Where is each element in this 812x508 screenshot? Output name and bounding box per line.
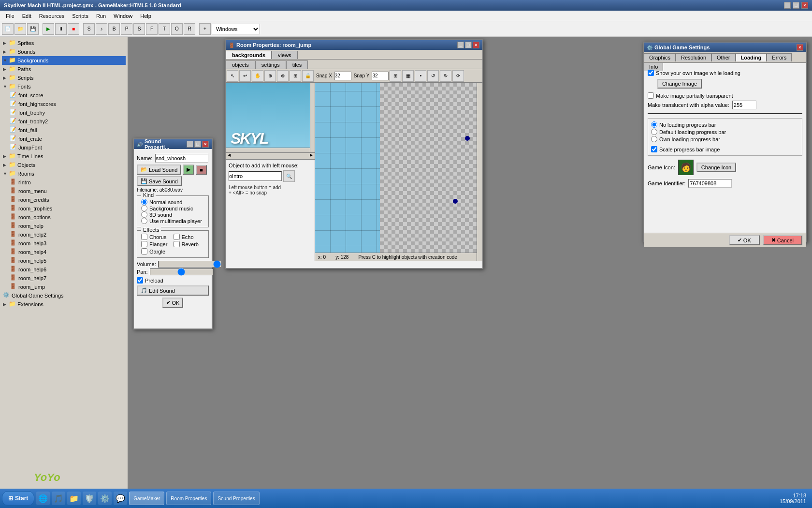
scroll-right-btn[interactable]: ▶	[308, 153, 315, 159]
menu-resources[interactable]: Resources	[35, 12, 69, 20]
tb-stop[interactable]: ■	[68, 23, 79, 35]
tab-loading[interactable]: Loading	[736, 53, 767, 61]
taskbar-folder-icon[interactable]: 📁	[67, 492, 81, 505]
font-highscores-item[interactable]: 📝font_highscores	[9, 100, 126, 108]
sidebar-item-objects[interactable]: ▶ 📁 Objects	[2, 161, 126, 169]
show-own-image-checkbox[interactable]: Show your own image while loading	[648, 70, 802, 76]
font-trophy2-item[interactable]: 📝font_trophy2	[9, 117, 126, 126]
save-sound-button[interactable]: 💾 Save Sound	[137, 176, 182, 186]
game-id-input[interactable]	[688, 179, 732, 188]
tab-objects[interactable]: objects	[226, 60, 255, 69]
tb-cursor[interactable]: +	[199, 23, 211, 35]
room-scrollbar-v[interactable]	[477, 83, 482, 261]
room-jump-item[interactable]: 🚪room_jump	[9, 283, 126, 291]
room-tb-refresh2[interactable]: ↻	[440, 70, 451, 82]
room-tb-move[interactable]: ✋	[252, 70, 263, 82]
room-intro-item[interactable]: 🚪rIntro	[9, 178, 126, 187]
progress-default-radio[interactable]: Default loading progress bar	[651, 129, 799, 135]
tb-background[interactable]: B	[108, 23, 120, 35]
tab-tiles[interactable]: tiles	[286, 60, 308, 69]
snap-x-input[interactable]	[334, 72, 351, 80]
load-sound-button[interactable]: 📂 Load Sound	[137, 164, 181, 175]
preview-scrollbar[interactable]	[310, 83, 315, 152]
room-tb-grid2[interactable]: ⊞	[390, 70, 401, 82]
kind-bg-radio[interactable]: Background music	[141, 205, 204, 211]
menu-edit[interactable]: Edit	[18, 12, 35, 20]
room-tb-lock[interactable]: 🔒	[302, 70, 314, 82]
room-menu-item[interactable]: 🚪room_menu	[9, 187, 126, 195]
room-tb-grid3[interactable]: ▦	[402, 70, 414, 82]
room-help7-item[interactable]: 🚪room_help7	[9, 274, 126, 283]
alpha-input[interactable]	[732, 101, 756, 109]
room-tb-cursor[interactable]: ↖	[227, 70, 238, 82]
room-tb-grid[interactable]: ⊞	[290, 70, 301, 82]
stop-sound-button[interactable]: ■	[196, 165, 207, 175]
kind-mm-radio[interactable]: Use multimedia player	[141, 218, 204, 224]
sound-name-input[interactable]	[155, 154, 208, 163]
taskbar-gamemaker-item[interactable]: GameMaker	[129, 492, 164, 505]
tab-resolution[interactable]: Resolution	[676, 53, 711, 61]
taskbar-ie-icon[interactable]: 🌐	[36, 492, 50, 505]
scroll-left-btn[interactable]: ◀	[226, 153, 232, 159]
font-crate-item[interactable]: 📝font_crate	[9, 134, 126, 143]
play-sound-button[interactable]: ▶	[183, 164, 194, 175]
settings-ok-button[interactable]: ✔ OK	[729, 235, 760, 245]
preview-scrollbar-h[interactable]	[226, 148, 310, 152]
scale-checkbox[interactable]: Scale progress bar image	[651, 146, 799, 152]
font-trophy-item[interactable]: 📝font_trophy	[9, 108, 126, 117]
settings-cancel-button[interactable]: ✖ Cancel	[763, 235, 802, 245]
taskbar-media-icon[interactable]: 🎵	[52, 492, 65, 505]
make-transparent-checkbox[interactable]: Make image partially transparent	[648, 92, 802, 99]
tab-backgrounds[interactable]: backgrounds	[226, 51, 272, 59]
effect-gargle[interactable]: Gargle	[141, 248, 173, 254]
tb-timeline[interactable]: T	[159, 23, 170, 35]
taskbar-antivirus-icon[interactable]: 🛡️	[83, 492, 96, 505]
font-score-item[interactable]: 📝font_score	[9, 91, 126, 100]
room-tb-undo[interactable]: ↩	[239, 70, 251, 82]
tb-new[interactable]: 📄	[2, 23, 14, 35]
room-trophies-item[interactable]: 🚪room_trophies	[9, 204, 126, 213]
tb-object[interactable]: O	[171, 23, 183, 35]
menu-help[interactable]: Help	[136, 12, 155, 20]
progress-none-radio[interactable]: No loading progress bar	[651, 121, 799, 128]
room-tb-expand2[interactable]: ⊗	[277, 70, 289, 82]
room-options-item[interactable]: 🚪room_options	[9, 213, 126, 222]
room-tb-refresh1[interactable]: ↺	[427, 70, 439, 82]
room-tb-expand[interactable]: ⊕	[264, 70, 276, 82]
room-help4-item[interactable]: 🚪room_help4	[9, 248, 126, 256]
font-fail-item[interactable]: 📝font_fail	[9, 126, 126, 134]
room-tb-dot[interactable]: •	[415, 70, 426, 82]
tb-room[interactable]: R	[184, 23, 195, 35]
effect-echo[interactable]: Echo	[174, 234, 205, 240]
sidebar-item-sprites[interactable]: ▶ 📁 Sprites	[2, 39, 126, 47]
menu-run[interactable]: Run	[92, 12, 110, 20]
font-jumpfont-item[interactable]: 📝JumpFont	[9, 143, 126, 152]
snap-y-input[interactable]	[372, 72, 389, 80]
preload-checkbox[interactable]: Preload	[137, 277, 209, 284]
progress-own-radio[interactable]: Own loading progress bar	[651, 136, 799, 142]
sidebar-item-rooms[interactable]: ▼ 📁 Rooms	[2, 169, 126, 178]
tab-graphics[interactable]: Graphics	[644, 53, 676, 61]
sidebar-item-fonts[interactable]: ▼ 📁 Fonts	[2, 82, 126, 91]
sidebar-item-timelines[interactable]: ▶ 📁 Time Lines	[2, 152, 126, 161]
start-button[interactable]: ⊞ Start	[2, 491, 34, 506]
sound-maximize-btn[interactable]: □	[194, 141, 201, 148]
sound-ok-button[interactable]: ✔ OK	[162, 298, 184, 308]
room-close-btn[interactable]: ×	[473, 42, 479, 48]
room-credits-item[interactable]: 🚪room_credits	[9, 195, 126, 204]
room-help3-item[interactable]: 🚪room_help3	[9, 239, 126, 248]
taskbar-sound-item[interactable]: Sound Properties	[213, 492, 259, 505]
effect-flanger[interactable]: Flanger	[141, 241, 173, 247]
tb-pause[interactable]: ⏸	[55, 23, 67, 35]
taskbar-settings-icon[interactable]: ⚙️	[98, 492, 112, 505]
room-minimize-btn[interactable]: _	[457, 42, 464, 48]
minimize-button[interactable]: _	[784, 2, 791, 9]
tb-script[interactable]: S	[133, 23, 145, 35]
tb-save[interactable]: 💾	[27, 23, 39, 35]
platform-select[interactable]: Windows HTML5	[212, 24, 260, 34]
sidebar-item-global-settings[interactable]: ⚙️ Global Game Settings	[2, 291, 126, 300]
sidebar-item-backgrounds[interactable]: ▼ 📁 Backgrounds	[2, 56, 126, 65]
tb-font[interactable]: F	[146, 23, 158, 35]
room-help5-item[interactable]: 🚪room_help5	[9, 256, 126, 265]
room-maximize-btn[interactable]: □	[465, 42, 472, 48]
